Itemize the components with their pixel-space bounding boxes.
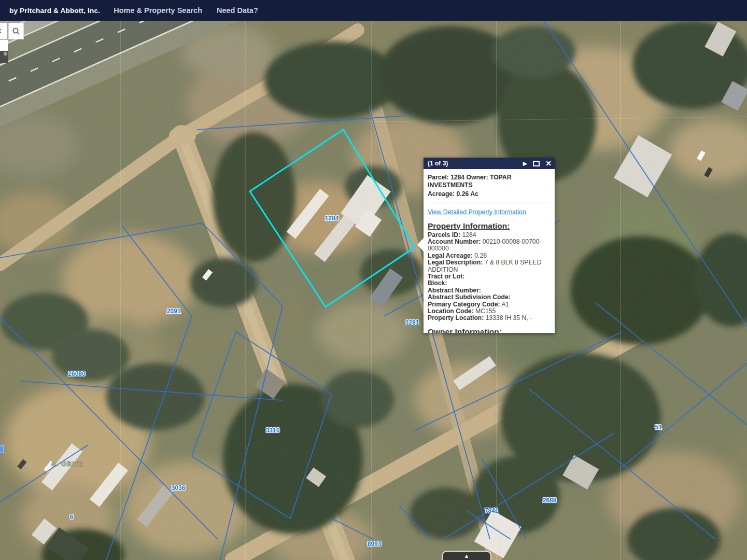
divider xyxy=(428,203,551,203)
field-row: Primary Category Code: A1 xyxy=(428,301,551,308)
top-nav: by Pritchard & Abbott, Inc. Home & Prope… xyxy=(0,0,747,21)
close-popup-button[interactable]: ✕ xyxy=(545,160,552,167)
field-row: Abstract Subdivision Code: xyxy=(428,294,551,301)
nav-item-1[interactable]: Need Data? xyxy=(217,6,258,15)
field-row: Account Number: 00210-00008-00700-000000 xyxy=(428,239,551,253)
widget-glyph xyxy=(4,52,7,55)
popup-sections: Property Information:Parcels ID: 1284Acc… xyxy=(428,221,551,333)
field-row: Parcels ID: 1284 xyxy=(428,232,551,239)
brand-text: by Pritchard & Abbott, Inc. xyxy=(9,7,100,15)
field-row: Property Location: 13338 IH 35 N, - xyxy=(428,315,551,321)
search-button[interactable] xyxy=(8,23,24,39)
map-canvas[interactable]: 1284209126080331030361281784126888993516… xyxy=(0,21,747,560)
search-icon xyxy=(12,27,21,36)
popup-pager: (1 of 3) xyxy=(428,160,517,167)
popup-header[interactable]: (1 of 3) ▶ ✕ xyxy=(424,158,555,169)
close-icon: ✕ xyxy=(0,26,2,36)
attribute-table-toggle[interactable]: ▲ xyxy=(442,551,491,560)
up-arrow-icon: ▲ xyxy=(464,553,470,560)
field-row: Location Code: MC155 xyxy=(428,308,551,315)
section-heading: Owner Information: xyxy=(428,327,551,333)
popup-summary-line2: Acreage: 0.26 Ac xyxy=(428,190,551,198)
nav-item-0[interactable]: Home & Property Search xyxy=(114,6,202,15)
field-row: Abstract Number: xyxy=(428,287,551,294)
field-row: Block: xyxy=(428,280,551,287)
map-widget-fragment[interactable] xyxy=(0,51,8,63)
section-heading: Property Information: xyxy=(428,221,551,231)
search-clear-button[interactable]: ✕ xyxy=(0,23,7,39)
dock-icon[interactable] xyxy=(533,161,540,166)
detail-link[interactable]: View Detailed Property Information xyxy=(428,208,526,216)
nav-menu: Home & Property SearchNeed Data? xyxy=(114,6,258,15)
field-row: Tract or Lot: xyxy=(428,273,551,280)
field-row: Legal Acreage: 0.26 xyxy=(428,253,551,259)
popup-body: Parcel: 1284 Owner: TOPAR INVESTMENTS Ac… xyxy=(424,169,555,333)
popup: (1 of 3) ▶ ✕ Parcel: 1284 Owner: TOPAR I… xyxy=(424,158,555,333)
popup-pointer xyxy=(417,238,424,251)
search-suggestion-panel xyxy=(0,40,8,51)
field-row: Legal Description: 7 & 8 BLK 8 SPEED ADD… xyxy=(428,259,551,273)
popup-summary-line1: Parcel: 1284 Owner: TOPAR INVESTMENTS xyxy=(428,174,551,189)
satellite-basemap xyxy=(0,21,747,560)
next-feature-button[interactable]: ▶ xyxy=(523,161,527,166)
